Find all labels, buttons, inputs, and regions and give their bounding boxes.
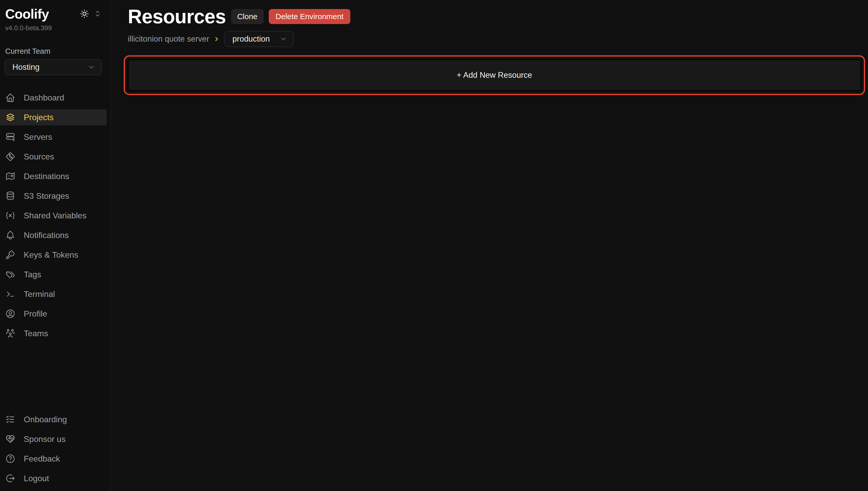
chevron-down-icon [279,35,288,43]
stack-icon [5,112,16,122]
environment-select-value: production [232,34,270,44]
sidebar-header-icons [80,9,102,19]
bell-icon [5,230,16,240]
sidebar-item-label: Projects [24,113,54,122]
team-select-value: Hosting [12,62,39,72]
sidebar-item-notifications[interactable]: Notifications [0,227,106,243]
sidebar-item-sources[interactable]: Sources [0,149,106,165]
breadcrumb: illicitonion quote server production [128,31,861,47]
sidebar-item-label: Sources [24,152,54,162]
sidebar-item-dashboard[interactable]: Dashboard [0,90,106,106]
sidebar-spacer [0,345,111,411]
sidebar-item-shared-variables[interactable]: Shared Variables [0,207,106,224]
sidebar-item-tags[interactable]: Tags [0,266,106,283]
sidebar-item-label: Profile [24,309,47,319]
logout-icon [5,473,16,484]
help-circle-icon [5,454,16,464]
key-icon [5,250,16,260]
theme-sun-icon[interactable] [80,9,89,19]
sidebar-item-label: Notifications [24,231,69,240]
sidebar-item-logout[interactable]: Logout [0,470,106,486]
sidebar-item-label: Keys & Tokens [24,250,78,260]
sidebar-item-label: Dashboard [24,93,64,103]
sidebar-item-label: Feedback [24,454,60,464]
home-icon [5,92,16,103]
sidebar-item-label: Sponsor us [24,434,66,444]
git-icon [5,151,16,162]
sidebar-item-feedback[interactable]: Feedback [0,451,106,467]
server-bolt-icon [5,132,16,142]
main-content: Resources Clone Delete Environment illic… [111,0,868,491]
tags-icon [5,269,16,280]
chevron-down-icon [87,63,95,71]
sidebar-item-projects[interactable]: Projects [0,109,106,125]
environment-select[interactable]: production [224,31,294,47]
sidebar-header: Coolify [0,0,111,22]
variable-icon [5,210,16,221]
map-x-icon [5,171,16,181]
team-select[interactable]: Hosting [5,59,102,75]
sidebar-item-keys-tokens[interactable]: Keys & Tokens [0,247,106,263]
sidebar-item-onboarding[interactable]: Onboarding [0,411,106,427]
sidebar-item-servers[interactable]: Servers [0,129,106,145]
add-new-resource-button[interactable]: + Add New Resource [128,59,861,91]
chevron-right-icon [213,36,220,42]
selector-chevrons-icon[interactable] [93,9,102,18]
sidebar-footer-nav: OnboardingSponsor usFeedbackLogout [0,411,111,490]
sidebar-item-label: Shared Variables [24,211,87,221]
clone-button[interactable]: Clone [231,9,264,24]
sidebar-item-label: S3 Storages [24,191,69,201]
sidebar-nav: DashboardProjectsServersSourcesDestinati… [0,90,111,345]
sidebar-item-destinations[interactable]: Destinations [0,168,106,184]
app-logo: Coolify [5,7,49,22]
sidebar-item-label: Onboarding [24,415,67,424]
sidebar-item-label: Logout [24,474,49,483]
sidebar-item-sponsor-us[interactable]: Sponsor us [0,431,106,447]
app-version: v4.0.0-beta.399 [0,22,111,32]
terminal-icon [5,289,16,299]
heart-handshake-icon [5,434,16,444]
list-check-icon [5,414,16,425]
breadcrumb-project-link[interactable]: illicitonion quote server [128,34,209,44]
sidebar-item-profile[interactable]: Profile [0,306,106,322]
sidebar-item-terminal[interactable]: Terminal [0,286,106,302]
sidebar-item-label: Terminal [24,289,55,299]
page-header: Resources Clone Delete Environment [128,9,861,24]
sidebar-item-s3-storages[interactable]: S3 Storages [0,188,106,204]
current-team-label: Current Team [0,32,111,56]
sidebar-item-label: Teams [24,329,48,338]
user-circle-icon [5,309,16,319]
sidebar-item-label: Destinations [24,172,69,181]
page-title: Resources [128,9,226,24]
sidebar-item-label: Servers [24,132,52,142]
sidebar-item-teams[interactable]: Teams [0,325,106,341]
delete-environment-button[interactable]: Delete Environment [269,9,350,24]
users-group-icon [5,328,16,339]
sidebar-item-label: Tags [24,270,41,279]
database-icon [5,191,16,201]
sidebar: Coolify v4.0.0-beta.399 Current Team Hos… [0,0,111,491]
